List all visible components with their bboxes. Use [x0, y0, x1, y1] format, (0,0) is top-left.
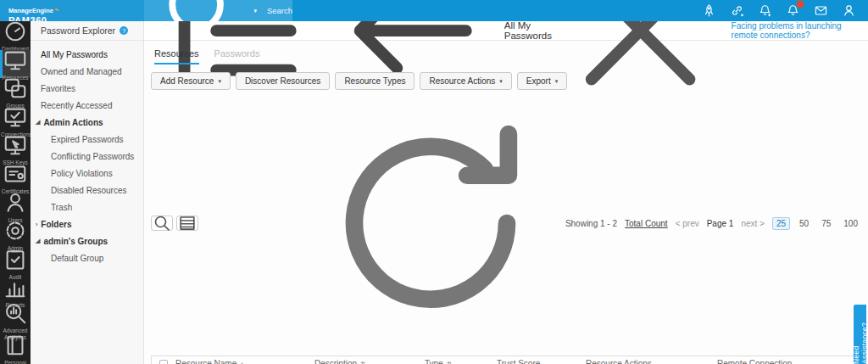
explorer-item-label: All My Passwords — [41, 50, 108, 59]
app-shell: Dashboard Resources Groups Connections S… — [0, 21, 868, 364]
toolbar-button[interactable]: Discover Resources — [236, 72, 330, 90]
sort-both-icon[interactable]: ⇅ — [360, 361, 366, 364]
help-icon[interactable]: ? — [120, 26, 128, 35]
caret-down-icon: ▾ — [499, 78, 503, 85]
column-header[interactable]: Resource Name↑ — [175, 356, 314, 364]
select-all-checkbox[interactable] — [159, 360, 168, 364]
table-search-button[interactable] — [151, 216, 173, 231]
rail-item[interactable]: Admin — [0, 221, 31, 249]
explorer-title-row: Password Explorer ? — [31, 21, 143, 41]
link-icon[interactable] — [730, 3, 744, 18]
search-placeholder: Search — [267, 6, 292, 15]
tab[interactable]: Passwords — [214, 48, 260, 64]
page-title: All My Passwords — [504, 21, 556, 41]
page-size-option[interactable]: 25 — [772, 217, 790, 230]
rail-item-label: Personal — [4, 360, 26, 364]
explorer-item-label: Conflicting Passwords — [51, 152, 134, 161]
bell-star-icon[interactable] — [758, 3, 772, 18]
tab[interactable]: Resources — [154, 48, 199, 64]
main-content: All My Passwords Facing problems in laun… — [144, 21, 868, 364]
sort-asc-icon[interactable]: ↑ — [240, 361, 243, 364]
column-header[interactable]: Description⇅ — [314, 356, 425, 364]
explorer-item[interactable]: Expired Passwords — [31, 131, 143, 148]
nav-rail: Dashboard Resources Groups Connections S… — [0, 21, 31, 364]
rocket-icon[interactable] — [702, 3, 716, 18]
rail-item[interactable]: Certificates — [0, 164, 31, 193]
gauge-icon — [3, 19, 28, 44]
explorer-list: All My Passwords Owned and Managed Favor… — [31, 41, 143, 266]
rail-item[interactable]: Dashboard — [0, 21, 31, 50]
explorer-item-label: Default Group — [51, 254, 103, 263]
caret-down-icon: ▾ — [555, 78, 559, 85]
rail-item[interactable]: Groups — [0, 78, 31, 107]
explorer-item[interactable]: ◢ Admin Actions — [31, 114, 143, 131]
column-view-button[interactable] — [176, 216, 198, 231]
rail-item[interactable]: Audit — [0, 249, 31, 278]
certificate-icon — [3, 161, 28, 187]
caret-expanded-icon: ◢ — [36, 238, 40, 244]
search-scope-caret-icon[interactable]: ▾ — [253, 8, 257, 14]
monitor-key-icon — [3, 132, 28, 158]
rail-item[interactable]: Resources — [0, 50, 31, 79]
collapse-panel-icon[interactable] — [153, 21, 322, 115]
monitor-icon — [3, 48, 28, 73]
person-icon — [3, 190, 28, 216]
topbar-icons — [292, 0, 868, 21]
explorer-item[interactable]: All My Passwords — [31, 46, 143, 63]
toolbar-button[interactable]: Export ▾ — [517, 72, 567, 90]
caret-down-icon: ▾ — [218, 78, 221, 85]
current-page-label: Page 1 — [707, 219, 734, 228]
explorer-item[interactable]: ◢ admin's Groups — [31, 232, 143, 249]
page-size-option[interactable]: 100 — [840, 218, 861, 229]
remote-connection-help-link[interactable]: Facing problems in launching remote conn… — [732, 21, 860, 40]
column-header: Trust Score — [497, 356, 586, 364]
explorer-item[interactable]: Disabled Resources — [31, 182, 143, 199]
explorer-item[interactable]: Conflicting Passwords — [31, 148, 143, 165]
column-header: Remote Connection — [717, 356, 860, 364]
need-assistance-tab[interactable]: Need Assistance? — [854, 305, 866, 364]
explorer-item[interactable]: Favorites — [31, 80, 143, 97]
alert-badge — [797, 1, 804, 8]
explorer-item[interactable]: Recently Accessed — [31, 97, 143, 114]
toolbar-button[interactable]: Resource Actions ▾ — [420, 72, 511, 90]
page-size-option[interactable]: 50 — [796, 218, 812, 229]
rail-item[interactable]: Personal — [0, 335, 31, 364]
brand-swoosh-icon — [53, 8, 59, 14]
explorer-item-label: Policy Violations — [51, 169, 113, 178]
pagination: Showing 1 - 2 Total Count < prev Page 1 … — [303, 96, 861, 350]
table-header-row: Resource Name↑Description⇅Type⇅Trust Sco… — [152, 356, 860, 364]
groups-icon — [3, 76, 28, 101]
sort-both-icon[interactable]: ⇅ — [447, 361, 453, 364]
refresh-icon[interactable] — [303, 96, 558, 350]
caret-collapsed-icon: › — [36, 221, 37, 227]
toolbar-button[interactable]: Add Resource ▾ — [151, 72, 231, 90]
prev-page-button[interactable]: < prev — [676, 219, 699, 228]
explorer-item[interactable]: Owned and Managed — [31, 63, 143, 80]
global-search[interactable]: ▾ Search — [144, 0, 292, 21]
explorer-item[interactable]: › Folders — [31, 216, 143, 232]
rail-item[interactable]: Users — [0, 193, 31, 221]
toolbar-button[interactable]: Resource Types — [335, 72, 415, 90]
person-icon[interactable] — [842, 3, 856, 18]
mail-icon[interactable] — [814, 3, 828, 18]
chart-icon — [3, 275, 28, 300]
rail-item[interactable]: Connections — [0, 107, 31, 136]
explorer-item[interactable]: Policy Violations — [31, 165, 143, 182]
bell-badge-icon[interactable] — [786, 3, 800, 18]
column-header[interactable]: Type⇅ — [425, 356, 497, 364]
explorer-item[interactable]: Trash — [31, 199, 143, 216]
password-explorer-panel: Password Explorer ? All My Passwords Own… — [31, 21, 144, 364]
magnifier-icon — [152, 213, 172, 233]
page-size-option[interactable]: 75 — [818, 218, 834, 229]
explorer-item-label: Expired Passwords — [51, 135, 124, 144]
explorer-item-label: Trash — [51, 203, 72, 212]
next-page-button[interactable]: next > — [741, 219, 765, 228]
rail-item[interactable]: SSH Keys — [0, 135, 31, 164]
explorer-item[interactable]: Default Group — [31, 249, 143, 266]
gear-icon — [3, 218, 28, 244]
notebook-icon — [3, 333, 28, 358]
rail-item[interactable]: Advanced Analytics — [0, 306, 31, 335]
showing-text: Showing 1 - 2 — [565, 219, 617, 228]
total-count-link[interactable]: Total Count — [625, 219, 668, 228]
resources-table: Resource Name↑Description⇅Type⇅Trust Sco… — [151, 356, 861, 364]
